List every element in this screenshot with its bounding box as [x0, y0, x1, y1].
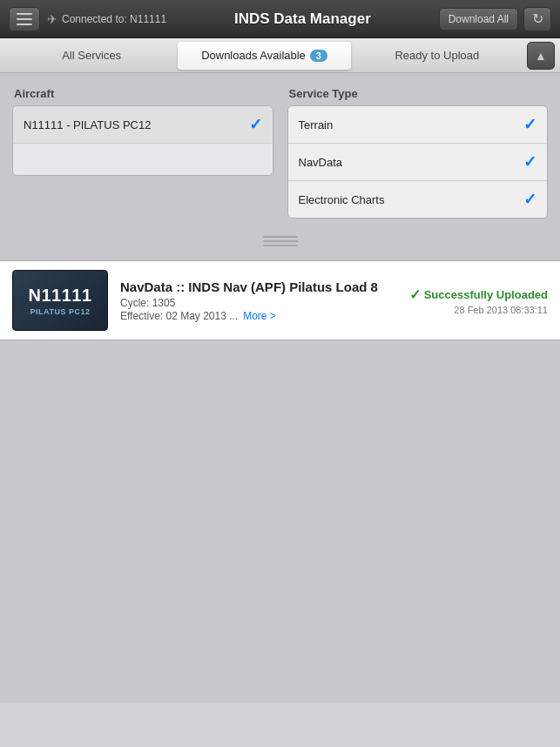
status-text: Successfully Uploaded [424, 288, 548, 301]
upload-effective: Effective: 02 May 2013 ... More > [120, 310, 397, 322]
status-date: 28 Feb 2013 08:33:11 [409, 305, 548, 315]
upload-status: ✓ Successfully Uploaded 28 Feb 2013 08:3… [409, 286, 548, 315]
service-check-terrain: ✓ [523, 115, 536, 134]
filter-columns: Aircraft N11111 - PILATUS PC12 ✓ Service… [12, 87, 548, 219]
divider-line-1 [263, 236, 298, 238]
service-check-charts: ✓ [523, 190, 536, 209]
effective-text: Effective: 02 May 2013 ... [120, 310, 238, 322]
service-item-terrain[interactable]: Terrain ✓ [288, 106, 548, 144]
hamburger-line-1 [17, 13, 32, 15]
service-type-list: Terrain ✓ NavData ✓ Electronic Charts ✓ [287, 105, 549, 219]
service-item-text-charts: Electronic Charts [299, 193, 385, 206]
aircraft-column: Aircraft N11111 - PILATUS PC12 ✓ [12, 87, 273, 176]
collapse-button[interactable]: ▲ [527, 42, 555, 70]
cycle-label: Cycle: [120, 297, 149, 309]
cycle-value: 1305 [152, 297, 176, 309]
aircraft-label: Aircraft [12, 87, 273, 100]
aircraft-item-0[interactable]: N11111 - PILATUS PC12 ✓ [13, 106, 273, 144]
upload-info: NavData :: INDS Nav (APF) Pilatus Load 8… [120, 279, 397, 322]
more-link[interactable]: More > [243, 310, 276, 322]
divider-line-2 [263, 240, 298, 242]
service-check-navdata: ✓ [523, 152, 536, 172]
app-title: INDS Data Manager [166, 10, 439, 28]
hamburger-line-2 [17, 18, 32, 20]
status-check-icon: ✓ [409, 286, 421, 303]
aircraft-thumbnail: N11111 PILATUS PC12 [12, 270, 108, 331]
status-success: ✓ Successfully Uploaded [409, 286, 548, 303]
connection-status: ✈ Connected to: N11111 [47, 12, 166, 26]
filter-area: Aircraft N11111 - PILATUS PC12 ✓ Service… [0, 73, 560, 260]
hamburger-line-3 [17, 24, 32, 25]
section-divider [12, 231, 548, 252]
tab-ready-to-upload[interactable]: Ready to Upload [351, 42, 523, 70]
service-item-navdata[interactable]: NavData ✓ [288, 144, 548, 181]
tab-downloads-available[interactable]: Downloads Available 3 [178, 42, 350, 70]
divider-line-3 [263, 245, 298, 246]
menu-button[interactable] [9, 7, 40, 31]
upload-title: NavData :: INDS Nav (APF) Pilatus Load 8 [120, 279, 397, 294]
tab-all-services[interactable]: All Services [5, 42, 178, 70]
aircraft-item-text-0: N11111 - PILATUS PC12 [24, 118, 151, 131]
service-item-charts[interactable]: Electronic Charts ✓ [288, 181, 548, 218]
upload-section: N11111 PILATUS PC12 NavData :: INDS Nav … [0, 260, 560, 354]
downloads-badge: 3 [310, 50, 327, 62]
refresh-button[interactable]: ↻ [523, 7, 551, 31]
connection-text: Connected to: N11111 [62, 13, 166, 25]
tab-downloads-label: Downloads Available [201, 49, 306, 62]
service-item-text-terrain: Terrain [299, 118, 334, 131]
aircraft-item-1[interactable] [13, 144, 273, 175]
bottom-area [0, 354, 560, 703]
service-type-column: Service Type Terrain ✓ NavData ✓ Electro… [287, 87, 549, 219]
aircraft-list: N11111 - PILATUS PC12 ✓ [12, 105, 273, 176]
service-item-text-navdata: NavData [299, 156, 343, 169]
download-all-button[interactable]: Download All [439, 8, 518, 30]
divider-decoration [263, 236, 298, 246]
upload-card: N11111 PILATUS PC12 NavData :: INDS Nav … [0, 260, 560, 340]
aircraft-check-0: ✓ [249, 115, 262, 134]
plane-icon: ✈ [47, 12, 57, 26]
service-type-label: Service Type [287, 87, 549, 100]
tab-bar: All Services Downloads Available 3 Ready… [0, 38, 560, 73]
app-header: ✈ Connected to: N11111 INDS Data Manager… [0, 0, 560, 38]
thumbnail-model: PILATUS PC12 [30, 307, 91, 316]
thumbnail-tail: N11111 [28, 286, 91, 306]
upload-cycle: Cycle: 1305 [120, 297, 397, 309]
